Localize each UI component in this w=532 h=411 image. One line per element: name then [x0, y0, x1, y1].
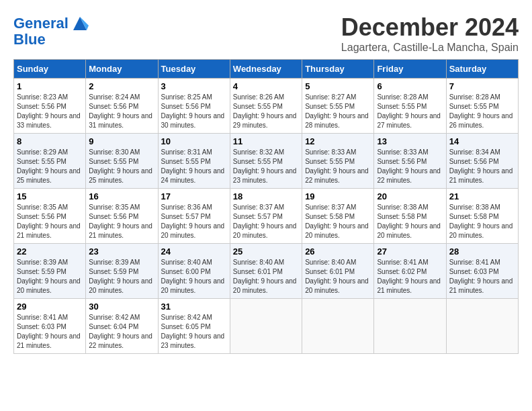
day-number: 26 [305, 246, 371, 257]
day-number: 12 [305, 136, 371, 146]
day-info: Sunrise: 8:26 AMSunset: 5:55 PMDaylight:… [233, 93, 299, 130]
day-info: Sunrise: 8:28 AMSunset: 5:55 PMDaylight:… [449, 93, 515, 130]
calendar-cell: 2Sunrise: 8:24 AMSunset: 5:56 PMDaylight… [86, 79, 158, 134]
day-number: 21 [449, 191, 515, 201]
calendar-cell: 24Sunrise: 8:40 AMSunset: 6:00 PMDayligh… [158, 244, 230, 299]
calendar-cell: 14Sunrise: 8:34 AMSunset: 5:56 PMDayligh… [446, 134, 518, 189]
page-header: General Blue December 2024 Lagartera, Ca… [13, 13, 519, 54]
day-info: Sunrise: 8:41 AMSunset: 6:03 PMDaylight:… [449, 258, 515, 295]
calendar-cell: 29Sunrise: 8:41 AMSunset: 6:03 PMDayligh… [14, 299, 86, 354]
calendar-cell: 10Sunrise: 8:31 AMSunset: 5:55 PMDayligh… [158, 134, 230, 189]
calendar-cell [230, 299, 302, 354]
day-info: Sunrise: 8:38 AMSunset: 5:58 PMDaylight:… [377, 203, 443, 240]
day-number: 13 [377, 136, 443, 146]
day-number: 11 [233, 136, 299, 146]
calendar-cell: 7Sunrise: 8:28 AMSunset: 5:55 PMDaylight… [446, 79, 518, 134]
weekday-header: Monday [86, 60, 158, 79]
day-info: Sunrise: 8:30 AMSunset: 5:55 PMDaylight:… [89, 148, 154, 185]
weekday-header: Friday [374, 60, 446, 79]
day-number: 15 [17, 191, 83, 201]
day-info: Sunrise: 8:33 AMSunset: 5:56 PMDaylight:… [377, 148, 443, 185]
logo: General Blue [13, 13, 90, 48]
calendar-cell: 1Sunrise: 8:23 AMSunset: 5:56 PMDaylight… [14, 79, 86, 134]
day-info: Sunrise: 8:31 AMSunset: 5:55 PMDaylight:… [161, 148, 227, 185]
calendar-cell: 15Sunrise: 8:35 AMSunset: 5:56 PMDayligh… [14, 189, 86, 244]
day-info: Sunrise: 8:33 AMSunset: 5:55 PMDaylight:… [305, 148, 371, 185]
calendar-cell: 4Sunrise: 8:26 AMSunset: 5:55 PMDaylight… [230, 79, 302, 134]
month-title: December 2024 [341, 13, 519, 42]
day-info: Sunrise: 8:36 AMSunset: 5:57 PMDaylight:… [161, 203, 227, 240]
weekday-header: Sunday [14, 60, 86, 79]
day-number: 24 [161, 246, 227, 257]
day-info: Sunrise: 8:40 AMSunset: 6:01 PMDaylight:… [233, 258, 299, 295]
calendar-header-row: SundayMondayTuesdayWednesdayThursdayFrid… [14, 60, 519, 79]
location-title: Lagartera, Castille-La Mancha, Spain [341, 42, 519, 54]
day-info: Sunrise: 8:29 AMSunset: 5:55 PMDaylight:… [17, 148, 83, 185]
day-number: 18 [233, 191, 299, 201]
calendar-cell [302, 299, 374, 354]
calendar-cell: 3Sunrise: 8:25 AMSunset: 5:56 PMDaylight… [158, 79, 230, 134]
day-info: Sunrise: 8:35 AMSunset: 5:56 PMDaylight:… [17, 203, 83, 240]
logo-icon [70, 13, 90, 34]
day-number: 31 [161, 302, 227, 312]
day-info: Sunrise: 8:37 AMSunset: 5:57 PMDaylight:… [233, 203, 299, 240]
day-number: 14 [449, 136, 515, 146]
calendar-cell [446, 299, 518, 354]
day-info: Sunrise: 8:40 AMSunset: 6:01 PMDaylight:… [305, 258, 371, 295]
day-number: 7 [449, 81, 515, 91]
calendar-cell: 25Sunrise: 8:40 AMSunset: 6:01 PMDayligh… [230, 244, 302, 299]
calendar-cell: 28Sunrise: 8:41 AMSunset: 6:03 PMDayligh… [446, 244, 518, 299]
day-info: Sunrise: 8:24 AMSunset: 5:56 PMDaylight:… [89, 93, 154, 130]
day-info: Sunrise: 8:42 AMSunset: 6:04 PMDaylight:… [89, 313, 154, 351]
calendar-cell: 13Sunrise: 8:33 AMSunset: 5:56 PMDayligh… [374, 134, 446, 189]
day-number: 6 [377, 81, 443, 91]
day-number: 1 [17, 81, 83, 91]
day-info: Sunrise: 8:32 AMSunset: 5:55 PMDaylight:… [233, 148, 299, 185]
weekday-header: Saturday [446, 60, 518, 79]
day-info: Sunrise: 8:41 AMSunset: 6:02 PMDaylight:… [377, 258, 443, 295]
day-number: 25 [233, 246, 299, 257]
day-number: 23 [89, 246, 154, 257]
calendar-cell: 16Sunrise: 8:35 AMSunset: 5:56 PMDayligh… [86, 189, 158, 244]
weekday-header: Tuesday [158, 60, 230, 79]
day-number: 27 [377, 246, 443, 257]
calendar-cell: 23Sunrise: 8:39 AMSunset: 5:59 PMDayligh… [86, 244, 158, 299]
day-number: 10 [161, 136, 227, 146]
weekday-header: Thursday [302, 60, 374, 79]
day-info: Sunrise: 8:25 AMSunset: 5:56 PMDaylight:… [161, 93, 227, 130]
day-number: 5 [305, 81, 371, 91]
day-info: Sunrise: 8:40 AMSunset: 6:00 PMDaylight:… [161, 258, 227, 295]
day-number: 4 [233, 81, 299, 91]
day-info: Sunrise: 8:41 AMSunset: 6:03 PMDaylight:… [17, 313, 83, 351]
calendar-cell: 19Sunrise: 8:37 AMSunset: 5:58 PMDayligh… [302, 189, 374, 244]
calendar-cell: 22Sunrise: 8:39 AMSunset: 5:59 PMDayligh… [14, 244, 86, 299]
day-info: Sunrise: 8:38 AMSunset: 5:58 PMDaylight:… [449, 203, 515, 240]
day-number: 19 [305, 191, 371, 201]
day-number: 29 [17, 302, 83, 312]
day-info: Sunrise: 8:28 AMSunset: 5:55 PMDaylight:… [377, 93, 443, 130]
day-info: Sunrise: 8:23 AMSunset: 5:56 PMDaylight:… [17, 93, 83, 130]
day-number: 28 [449, 246, 515, 257]
calendar-cell: 20Sunrise: 8:38 AMSunset: 5:58 PMDayligh… [374, 189, 446, 244]
calendar-cell: 8Sunrise: 8:29 AMSunset: 5:55 PMDaylight… [14, 134, 86, 189]
day-number: 3 [161, 81, 227, 91]
day-info: Sunrise: 8:27 AMSunset: 5:55 PMDaylight:… [305, 93, 371, 130]
weekday-header: Wednesday [230, 60, 302, 79]
day-number: 20 [377, 191, 443, 201]
day-number: 9 [89, 136, 154, 146]
calendar-cell: 26Sunrise: 8:40 AMSunset: 6:01 PMDayligh… [302, 244, 374, 299]
day-info: Sunrise: 8:39 AMSunset: 5:59 PMDaylight:… [89, 258, 154, 295]
day-info: Sunrise: 8:35 AMSunset: 5:56 PMDaylight:… [89, 203, 154, 240]
day-info: Sunrise: 8:39 AMSunset: 5:59 PMDaylight:… [17, 258, 83, 295]
calendar-cell: 30Sunrise: 8:42 AMSunset: 6:04 PMDayligh… [86, 299, 158, 354]
calendar-cell: 11Sunrise: 8:32 AMSunset: 5:55 PMDayligh… [230, 134, 302, 189]
day-number: 8 [17, 136, 83, 146]
calendar-cell: 27Sunrise: 8:41 AMSunset: 6:02 PMDayligh… [374, 244, 446, 299]
day-info: Sunrise: 8:42 AMSunset: 6:05 PMDaylight:… [161, 313, 227, 351]
day-info: Sunrise: 8:34 AMSunset: 5:56 PMDaylight:… [449, 148, 515, 185]
calendar-cell: 21Sunrise: 8:38 AMSunset: 5:58 PMDayligh… [446, 189, 518, 244]
day-number: 2 [89, 81, 154, 91]
calendar-cell: 5Sunrise: 8:27 AMSunset: 5:55 PMDaylight… [302, 79, 374, 134]
day-number: 16 [89, 191, 154, 201]
day-number: 30 [89, 302, 154, 312]
